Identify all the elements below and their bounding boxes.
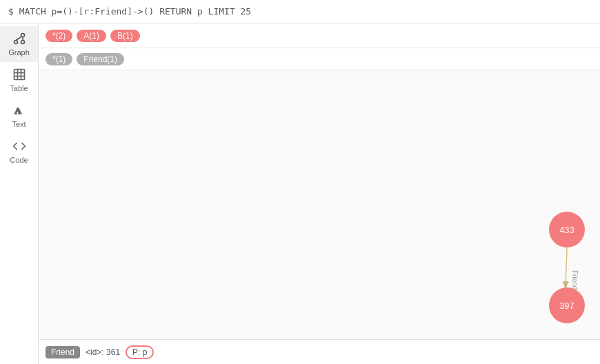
sidebar-item-label: Graph	[8, 48, 30, 57]
edge-label-text: Friend	[571, 270, 579, 290]
graph-svg: Friend	[39, 70, 600, 339]
sidebar-item-label: Table	[10, 84, 28, 92]
bottom-id-label: <id>: 361	[86, 347, 120, 357]
svg-point-1	[21, 34, 24, 37]
svg-point-0	[14, 41, 17, 44]
filter-bar-rels: *(1) Friend(1)	[39, 48, 600, 70]
sidebar-item-graph[interactable]: Graph	[0, 26, 38, 62]
sidebar: Graph Table A Text	[0, 23, 39, 364]
sidebar-item-label: Code	[10, 156, 28, 164]
query-bar: $ MATCH p=()-[r:Friend]->() RETURN p LIM…	[0, 0, 600, 23]
badge-b-nodes[interactable]: B(1)	[110, 30, 140, 42]
code-icon	[12, 139, 26, 154]
node-label-433: 433	[559, 225, 574, 235]
graph-icon	[12, 32, 26, 47]
badge-all-nodes[interactable]: *(2)	[46, 30, 72, 42]
badge-friend-rels[interactable]: Friend(1)	[77, 53, 124, 65]
graph-edge-line	[566, 247, 567, 287]
node-label-397: 397	[559, 301, 574, 311]
filter-bar-nodes: *(2) A(1) B(1)	[39, 23, 600, 48]
sidebar-item-table[interactable]: Table	[0, 62, 38, 98]
graph-node-433[interactable]: 433	[549, 212, 585, 247]
svg-rect-5	[14, 70, 24, 80]
badge-a-nodes[interactable]: A(1)	[77, 30, 106, 42]
bottom-type-badge: Friend	[46, 346, 80, 358]
table-icon	[12, 68, 26, 83]
sidebar-item-text[interactable]: A Text	[0, 98, 38, 134]
graph-canvas[interactable]: Friend 433 397	[39, 70, 600, 339]
query-text: $ MATCH p=()-[r:Friend]->() RETURN p LIM…	[8, 6, 251, 17]
content-area: *(2) A(1) B(1) *(1) Friend(1)	[39, 23, 600, 364]
bottom-prop-label: P: p	[126, 345, 154, 359]
graph-node-397[interactable]: 397	[549, 287, 585, 323]
sidebar-item-label: Text	[12, 120, 26, 128]
badge-all-rels[interactable]: *(1)	[46, 53, 72, 65]
svg-text:A: A	[14, 105, 21, 116]
svg-line-3	[16, 37, 21, 41]
sidebar-item-code[interactable]: Code	[0, 134, 38, 170]
bottom-bar: Friend <id>: 361 P: p	[39, 339, 600, 364]
svg-point-2	[21, 41, 24, 44]
text-icon: A	[12, 103, 26, 119]
